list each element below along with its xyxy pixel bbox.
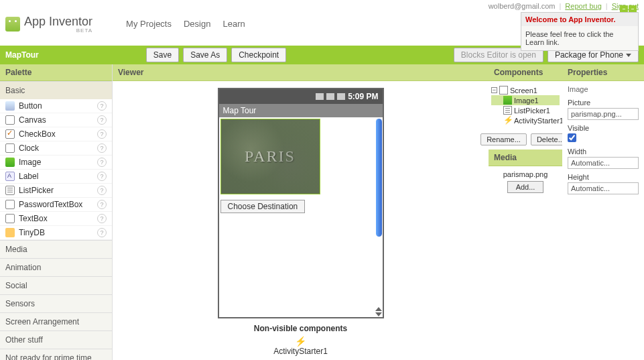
tree-screen1[interactable]: − Screen1	[491, 85, 560, 95]
prop-height-input[interactable]	[568, 182, 639, 194]
palette-drawer-media[interactable]: Media	[0, 240, 112, 258]
palette-drawer-screen-arrangement[interactable]: Screen Arrangement	[0, 312, 112, 331]
help-icon[interactable]: ?	[97, 101, 107, 111]
palette-item-label[interactable]: Label?	[0, 170, 112, 184]
palette-header: Palette	[0, 64, 112, 81]
signal-icon	[326, 93, 334, 100]
help-icon[interactable]: ?	[97, 158, 107, 167]
phone-statusbar: 5:09 PM	[219, 89, 383, 104]
save-as-button[interactable]: Save As	[183, 48, 227, 62]
prop-width-label: Width	[568, 147, 639, 156]
logo-beta: BETA	[24, 27, 92, 34]
nonvis-title: Non-visible components	[254, 324, 347, 333]
palette-item-checkbox[interactable]: CheckBox?	[0, 127, 112, 141]
list-icon	[503, 106, 512, 115]
welcome-panel: Welcome to App Inventor. –– Please feel …	[521, 12, 639, 51]
status-icon	[316, 93, 324, 100]
report-bug-link[interactable]: Report bug	[565, 2, 601, 10]
palette-item-canvas[interactable]: Canvas?	[0, 113, 112, 127]
help-icon[interactable]: ?	[97, 172, 107, 181]
palette-item-button[interactable]: Button?	[0, 99, 112, 113]
palette-item-tinydb[interactable]: TinyDB?	[0, 226, 112, 240]
palette-drawer-other-stuff[interactable]: Other stuff	[0, 331, 112, 349]
media-header: Media	[489, 149, 562, 166]
clock-icon	[5, 143, 15, 153]
textbox-icon	[5, 214, 15, 223]
viewer-column: Viewer 5:09 PM Map Tour PARIS Choose Des…	[113, 64, 489, 360]
viewer-header: Viewer	[113, 64, 489, 81]
tinydb-icon	[5, 228, 15, 237]
prop-picture-input[interactable]	[568, 108, 639, 120]
help-icon[interactable]: ?	[97, 186, 107, 195]
checkpoint-button[interactable]: Checkpoint	[231, 48, 286, 62]
logo-text: App Inventor	[24, 15, 92, 28]
logo: App Inventor BETA	[5, 15, 92, 34]
image-icon	[5, 158, 15, 167]
status-time: 5:09 PM	[348, 92, 378, 101]
help-icon[interactable]: ?	[97, 228, 107, 237]
passwordtextbox-icon	[5, 200, 15, 209]
welcome-body: Please feel free to click the Learn link…	[521, 26, 638, 50]
user-email: wolberd@gmail.com	[489, 2, 556, 10]
welcome-minimize-icon[interactable]: –	[620, 5, 628, 12]
add-media-button[interactable]: Add...	[507, 181, 544, 193]
save-button[interactable]: Save	[146, 48, 179, 62]
nonvis-item-label: ActivityStarter1	[254, 347, 347, 356]
rename-button[interactable]: Rename...	[480, 133, 527, 145]
prop-width-input[interactable]	[568, 157, 639, 169]
nav-learn[interactable]: Learn	[222, 19, 245, 29]
checkbox-icon	[5, 129, 15, 139]
canvas-icon	[5, 115, 15, 125]
prop-visible-checkbox[interactable]	[568, 133, 576, 142]
palette-item-textbox[interactable]: TextBox?	[0, 212, 112, 226]
phone-mock: 5:09 PM Map Tour PARIS Choose Destinatio…	[218, 88, 384, 318]
activity-icon: ⚡	[503, 116, 512, 125]
help-icon[interactable]: ?	[97, 214, 107, 223]
palette-item-passwordtextbox[interactable]: PasswordTextBox?	[0, 198, 112, 212]
screen-icon	[499, 86, 508, 95]
palette-drawer-animation[interactable]: Animation	[0, 258, 112, 276]
battery-icon	[337, 93, 345, 100]
tree-image1[interactable]: Image1	[491, 95, 560, 105]
chevron-down-icon	[626, 54, 631, 57]
image-component[interactable]: PARIS	[220, 119, 320, 194]
palette-drawer-social[interactable]: Social	[0, 276, 112, 294]
welcome-close-icon[interactable]: –	[629, 5, 637, 12]
help-icon[interactable]: ?	[97, 200, 107, 209]
selected-component-label: Image	[568, 85, 639, 93]
components-column: Components − Screen1 Image1 ListPicker1 …	[489, 64, 562, 360]
choose-destination-button[interactable]: Choose Destination	[220, 200, 306, 213]
palette-item-image[interactable]: Image?	[0, 156, 112, 170]
palette-item-listpicker[interactable]: ListPicker?	[0, 184, 112, 198]
top-user-bar: wolberd@gmail.com | Report bug | Sign ou…	[0, 0, 644, 12]
label-icon	[5, 172, 15, 181]
listpicker-icon	[5, 186, 15, 195]
tree-listpicker1[interactable]: ListPicker1	[491, 105, 560, 115]
palette-item-clock[interactable]: Clock?	[0, 141, 112, 156]
properties-header: Properties	[562, 64, 644, 81]
android-icon	[5, 17, 20, 32]
palette-drawer-not-ready-for-prime-time[interactable]: Not ready for prime time	[0, 349, 112, 360]
prop-height-label: Height	[568, 173, 639, 181]
palette-drawer-sensors[interactable]: Sensors	[0, 294, 112, 312]
palette-drawer-basic[interactable]: Basic	[0, 81, 112, 99]
vertical-scrollbar[interactable]	[376, 119, 382, 237]
prop-visible-label: Visible	[568, 124, 639, 132]
nav-my-projects[interactable]: My Projects	[126, 19, 172, 29]
non-visible-components: Non-visible components ⚡ ActivityStarter…	[254, 324, 347, 356]
prop-picture-label: Picture	[568, 99, 639, 107]
collapse-icon[interactable]: −	[491, 87, 497, 93]
activity-starter-icon[interactable]: ⚡	[254, 336, 347, 347]
help-icon[interactable]: ?	[97, 115, 107, 125]
scroll-arrows[interactable]	[375, 306, 383, 317]
project-name: MapTour	[5, 50, 39, 60]
welcome-title: Welcome to App Inventor.	[525, 15, 615, 23]
nav-design[interactable]: Design	[184, 19, 210, 29]
image-icon	[503, 96, 512, 105]
help-icon[interactable]: ?	[97, 143, 107, 153]
properties-column: Properties Image Picture Visible Width H…	[562, 64, 644, 360]
button-icon	[5, 101, 15, 111]
help-icon[interactable]: ?	[97, 129, 107, 139]
media-file[interactable]: parismap.png	[493, 170, 558, 178]
tree-activitystarter1[interactable]: ⚡ ActivityStarter1	[491, 115, 560, 125]
